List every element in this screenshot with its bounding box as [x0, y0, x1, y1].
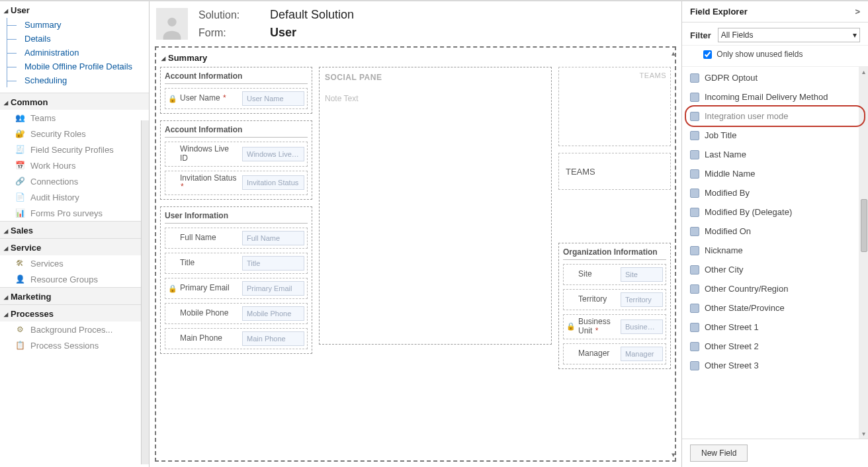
- form-field[interactable]: Full NameFull Name: [165, 228, 308, 249]
- tab-mobile-offline[interactable]: Mobile Offline Profile Details: [18, 60, 149, 73]
- tab-summary[interactable]: Summary: [18, 18, 149, 32]
- related-item[interactable]: 👤Resource Groups: [0, 271, 149, 287]
- field-explorer-item[interactable]: Incoming Email Delivery Method: [682, 87, 868, 106]
- box-organization-info[interactable]: Organization Information SiteSiteTerrito…: [558, 243, 671, 369]
- social-pane-title: SOCIAL PANE: [325, 73, 546, 82]
- scroll-up-icon[interactable]: ▴: [672, 49, 675, 58]
- svg-point-0: [167, 18, 176, 26]
- form-field[interactable]: TitleTitle: [165, 253, 308, 274]
- form-field[interactable]: 🔒User Name *User Name: [165, 88, 308, 109]
- tab-administration[interactable]: Administration: [18, 46, 149, 60]
- field-explorer-item[interactable]: Modified On: [682, 222, 868, 241]
- field-explorer-item[interactable]: Other Street 2: [682, 337, 868, 356]
- related-item[interactable]: 📊Forms Pro surveys: [0, 205, 149, 221]
- form-field[interactable]: TerritoryTerritory: [563, 289, 666, 310]
- related-item-icon: 🧾: [15, 144, 25, 155]
- field-explorer-item[interactable]: Job Title: [682, 126, 868, 145]
- social-pane[interactable]: SOCIAL PANE Note Text: [319, 67, 552, 345]
- field-placeholder[interactable]: Title: [242, 256, 304, 271]
- field-placeholder[interactable]: User Name: [242, 91, 304, 106]
- form-field[interactable]: ManagerManager: [563, 343, 666, 364]
- related-item[interactable]: 📅Work Hours: [0, 157, 149, 173]
- canvas-scrollbar[interactable]: ▴ ▾: [668, 48, 676, 460]
- related-item-label: Work Hours: [30, 161, 75, 171]
- related-item-icon: 🔗: [15, 176, 25, 187]
- field-explorer-item[interactable]: Modified By: [682, 183, 868, 202]
- related-item[interactable]: 🔗Connections: [0, 173, 149, 189]
- collapse-icon[interactable]: >: [855, 7, 860, 17]
- field-explorer-item-label: Other Street 3: [705, 361, 759, 370]
- form-field[interactable]: Invitation Status *Invitation Status: [165, 171, 308, 196]
- field-explorer-item[interactable]: Last Name: [682, 145, 868, 164]
- scroll-thumb[interactable]: [861, 199, 867, 252]
- field-explorer-item-label: Integration user mode: [705, 111, 788, 121]
- field-explorer-item[interactable]: Nickname: [682, 241, 868, 260]
- form-tabs-tree: Summary Details Administration Mobile Of…: [7, 18, 149, 87]
- field-placeholder[interactable]: Full Name: [242, 231, 304, 245]
- field-placeholder[interactable]: Business Unit: [621, 319, 663, 334]
- form-canvas[interactable]: Summary Account Information 🔒User Name *…: [155, 46, 676, 462]
- field-placeholder[interactable]: Invitation Status: [242, 175, 304, 190]
- related-item[interactable]: 📋Process Sessions: [0, 337, 149, 353]
- field-explorer-item-label: Modified On: [705, 226, 751, 236]
- new-field-button[interactable]: New Field: [690, 445, 748, 462]
- field-placeholder[interactable]: Manager: [621, 347, 663, 361]
- box-user-info[interactable]: User Information Full NameFull NameTitle…: [160, 206, 312, 354]
- box-account-info-1[interactable]: Account Information 🔒User Name *User Nam…: [160, 67, 312, 114]
- field-explorer-item[interactable]: Integration user mode: [682, 106, 868, 126]
- related-item-label: Services: [30, 259, 64, 269]
- form-field[interactable]: 🔒Primary EmailPrimary Email: [165, 278, 308, 299]
- related-item-icon: 👥: [15, 112, 25, 123]
- scroll-down-icon[interactable]: ▾: [672, 450, 675, 459]
- related-item[interactable]: 🧾Field Security Profiles: [0, 142, 149, 157]
- related-group-common[interactable]: Common: [0, 93, 149, 110]
- related-item[interactable]: ⚙Background Proces...: [0, 321, 149, 337]
- form-field[interactable]: SiteSite: [563, 264, 666, 285]
- field-placeholder[interactable]: Primary Email: [242, 281, 304, 296]
- field-placeholder[interactable]: Site: [621, 267, 663, 282]
- teams-subgrid-header[interactable]: TEAMS: [558, 67, 671, 146]
- field-explorer-item-label: Last Name: [705, 149, 746, 159]
- related-item-label: Forms Pro surveys: [30, 208, 103, 218]
- entity-title[interactable]: User: [0, 1, 149, 18]
- field-icon: [690, 361, 699, 370]
- field-list[interactable]: ▴ ▾ GDPR OptoutIncoming Email Delivery M…: [682, 67, 868, 439]
- related-item[interactable]: 🔐Security Roles: [0, 126, 149, 142]
- tab-scheduling[interactable]: Scheduling: [18, 73, 149, 87]
- related-group-sales[interactable]: Sales: [0, 221, 149, 238]
- teams-subgrid[interactable]: TEAMS: [558, 153, 671, 190]
- box-account-info-2[interactable]: Account Information Windows Live IDWindo…: [160, 120, 312, 200]
- only-unused-checkbox[interactable]: [703, 50, 712, 59]
- related-item[interactable]: 🛠Services: [0, 255, 149, 271]
- related-group-service[interactable]: Service: [0, 238, 149, 255]
- form-field[interactable]: Main PhoneMain Phone: [165, 328, 308, 349]
- section-summary-title[interactable]: Summary: [160, 52, 671, 67]
- scroll-down-icon[interactable]: ▾: [862, 430, 865, 437]
- filter-select[interactable]: All Fields ▾: [718, 28, 860, 42]
- scroll-up-icon[interactable]: ▴: [862, 68, 865, 75]
- related-item[interactable]: 👥Teams: [0, 110, 149, 126]
- field-explorer-item[interactable]: Other State/Province: [682, 298, 868, 318]
- related-group-processes[interactable]: Processes: [0, 304, 149, 321]
- related-group-marketing[interactable]: Marketing: [0, 287, 149, 304]
- form-field[interactable]: Mobile PhoneMobile Phone: [165, 303, 308, 324]
- field-placeholder[interactable]: Mobile Phone: [242, 306, 304, 321]
- nav-collapse-handle[interactable]: [141, 120, 149, 464]
- field-placeholder[interactable]: Territory: [621, 292, 663, 307]
- field-placeholder[interactable]: Main Phone: [242, 331, 304, 346]
- field-explorer-item[interactable]: Other Country/Region: [682, 279, 868, 298]
- field-explorer-item[interactable]: Other Street 3: [682, 356, 868, 375]
- form-field[interactable]: Windows Live IDWindows Live ID: [165, 142, 308, 167]
- form-field[interactable]: 🔒Business Unit *Business Unit: [563, 314, 666, 339]
- tab-details[interactable]: Details: [18, 32, 149, 46]
- field-explorer-item[interactable]: Middle Name: [682, 164, 868, 183]
- field-explorer-item[interactable]: GDPR Optout: [682, 68, 868, 87]
- field-placeholder[interactable]: Windows Live ID: [242, 147, 304, 161]
- field-explorer-item[interactable]: Modified By (Delegate): [682, 202, 868, 222]
- related-item-icon: 📅: [15, 160, 25, 171]
- related-item-icon: 🔐: [15, 128, 25, 139]
- field-explorer-item[interactable]: Other Street 1: [682, 318, 868, 337]
- field-explorer-item[interactable]: Other City: [682, 260, 868, 279]
- related-item[interactable]: 📄Audit History: [0, 189, 149, 205]
- note-text: Note Text: [325, 94, 546, 103]
